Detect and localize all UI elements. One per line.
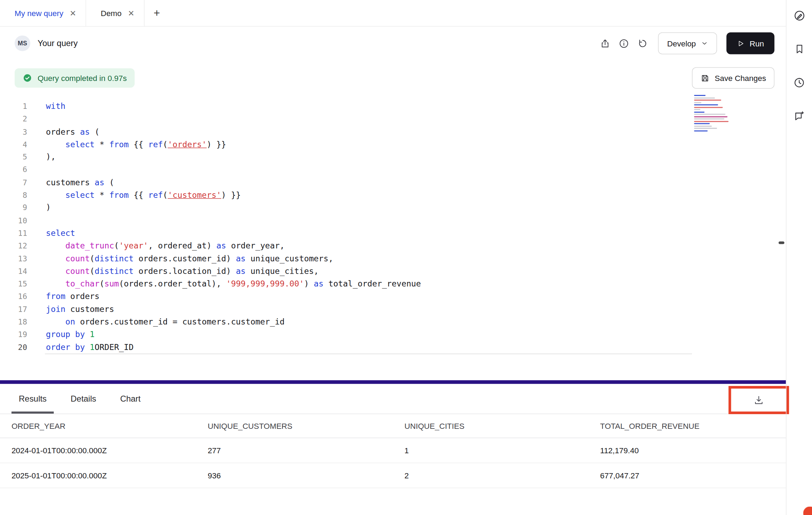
minimap[interactable]	[694, 95, 732, 131]
success-check-icon	[22, 73, 32, 83]
code-line[interactable]: 4 select * from {{ ref('orders') }}	[0, 138, 786, 151]
main-panel: My new query✕Demo✕ + MS Your query	[0, 0, 786, 515]
avatar: MS	[15, 36, 30, 51]
code-line[interactable]: 3orders as (	[0, 126, 786, 138]
code-text	[27, 164, 46, 176]
code-line[interactable]: 18 on orders.customer_id = customers.cus…	[0, 315, 786, 328]
table-cell: 2	[393, 471, 589, 480]
code-line[interactable]: 7customers as (	[0, 176, 786, 189]
code-text: order by 1ORDER_ID	[27, 341, 134, 353]
close-icon[interactable]: ✕	[69, 9, 76, 17]
code-text: to_char(sum(orders.order_total), '999,99…	[27, 277, 421, 290]
file-tab[interactable]: My new query✕	[0, 0, 86, 26]
line-number: 19	[0, 328, 27, 341]
code-text: count(distinct orders.customer_id) as un…	[27, 252, 333, 265]
app-window: My new query✕Demo✕ + MS Your query	[0, 0, 812, 515]
file-tabs: My new query✕Demo✕	[0, 0, 144, 26]
code-line[interactable]: 12 date_trunc('year', ordered_at) as ord…	[0, 240, 786, 252]
table-row[interactable]: 2024-01-01T00:00:00.000Z2771112,179.40	[0, 438, 786, 463]
query-status-text: Query completed in 0.97s	[38, 74, 127, 82]
code-line[interactable]: 13 count(distinct orders.customer_id) as…	[0, 252, 786, 265]
results-table-body: 2024-01-01T00:00:00.000Z2771112,179.4020…	[0, 438, 786, 488]
share-icon	[599, 38, 610, 48]
code-line[interactable]: 14 count(distinct orders.location_id) as…	[0, 265, 786, 277]
code-text: date_trunc('year', ordered_at) as order_…	[27, 240, 285, 252]
line-number: 14	[0, 265, 27, 277]
status-row: Query completed in 0.97s Save Changes	[0, 60, 786, 89]
code-line[interactable]: 15 to_char(sum(orders.order_total), '999…	[0, 277, 786, 290]
line-number: 6	[0, 164, 27, 176]
results-tab-results[interactable]: Results	[19, 384, 47, 413]
code-line[interactable]: 1with	[0, 100, 786, 113]
code-line[interactable]: 2	[0, 113, 786, 125]
bookmark-icon[interactable]	[789, 39, 810, 60]
develop-label: Develop	[667, 39, 696, 47]
share-button[interactable]	[596, 34, 614, 53]
history-clock-icon[interactable]	[789, 72, 810, 93]
close-icon[interactable]: ✕	[128, 9, 134, 17]
play-icon	[737, 39, 745, 47]
save-changes-button[interactable]: Save Changes	[692, 67, 775, 89]
code-line[interactable]: 6	[0, 164, 786, 176]
line-number: 17	[0, 303, 27, 315]
code-line[interactable]: 16from orders	[0, 290, 786, 303]
table-cell: 277	[196, 446, 393, 455]
code-line[interactable]: 5),	[0, 151, 786, 163]
develop-dropdown[interactable]: Develop	[658, 32, 717, 54]
panel-divider[interactable]	[0, 380, 786, 384]
results-tab-details[interactable]: Details	[71, 384, 96, 413]
results-table-header: ORDER_YEARUNIQUE_CUSTOMERSUNIQUE_CITIEST…	[0, 414, 786, 438]
panel-resize-handle[interactable]	[778, 241, 784, 244]
line-number: 16	[0, 290, 27, 303]
run-button[interactable]: Run	[727, 32, 775, 54]
line-number: 2	[0, 113, 27, 125]
code-line[interactable]: 9)	[0, 202, 786, 214]
line-number: 5	[0, 151, 27, 163]
code-line[interactable]: 11select	[0, 227, 786, 239]
line-number: 3	[0, 126, 27, 138]
column-header: UNIQUE_CUSTOMERS	[196, 421, 393, 430]
table-cell: 936	[196, 471, 393, 480]
code-line[interactable]: 10	[0, 214, 786, 227]
right-toolbar	[786, 0, 812, 515]
feedback-icon[interactable]	[789, 105, 810, 126]
code-line[interactable]: 17join customers	[0, 303, 786, 315]
sql-editor[interactable]: 1with23orders as (4 select * from {{ ref…	[0, 94, 786, 380]
results-tabs: ResultsDetailsChart	[19, 384, 141, 413]
code-text: )	[27, 202, 51, 214]
run-label: Run	[750, 39, 764, 47]
line-number: 12	[0, 240, 27, 252]
code-text: select	[27, 227, 75, 239]
pen-circle-icon[interactable]	[789, 5, 810, 26]
line-number: 15	[0, 277, 27, 290]
table-cell: 112,179.40	[589, 446, 786, 455]
line-number: 20	[0, 341, 27, 353]
code-text	[27, 113, 46, 125]
save-icon	[700, 73, 709, 83]
line-number: 9	[0, 202, 27, 214]
code-text: on orders.customer_id = customers.custom…	[27, 315, 285, 328]
table-cell: 1	[393, 446, 589, 455]
history-icon	[637, 38, 648, 48]
history-button[interactable]	[633, 34, 652, 53]
table-row[interactable]: 2025-01-01T00:00:00.000Z9362677,047.27	[0, 463, 786, 488]
file-tab-label: Demo	[101, 9, 121, 17]
code-line[interactable]: 20order by 1ORDER_ID	[0, 341, 786, 353]
code-text	[27, 214, 46, 227]
code-text: with	[27, 100, 66, 113]
new-tab-button[interactable]: +	[144, 0, 169, 26]
code-text: customers as (	[27, 176, 114, 189]
code-text: count(distinct orders.location_id) as un…	[27, 265, 319, 277]
code-text: ),	[27, 151, 56, 163]
line-number: 7	[0, 176, 27, 189]
table-cell: 2025-01-01T00:00:00.000Z	[0, 471, 196, 480]
download-button[interactable]	[750, 394, 768, 406]
file-tab[interactable]: Demo✕	[86, 0, 145, 26]
code-text: from orders	[27, 290, 99, 303]
results-tab-chart[interactable]: Chart	[120, 384, 140, 413]
info-button[interactable]	[614, 34, 633, 53]
line-number: 4	[0, 138, 27, 151]
file-tab-label: My new query	[15, 9, 64, 17]
code-line[interactable]: 19group by 1	[0, 328, 786, 341]
code-line[interactable]: 8 select * from {{ ref('customers') }}	[0, 189, 786, 201]
